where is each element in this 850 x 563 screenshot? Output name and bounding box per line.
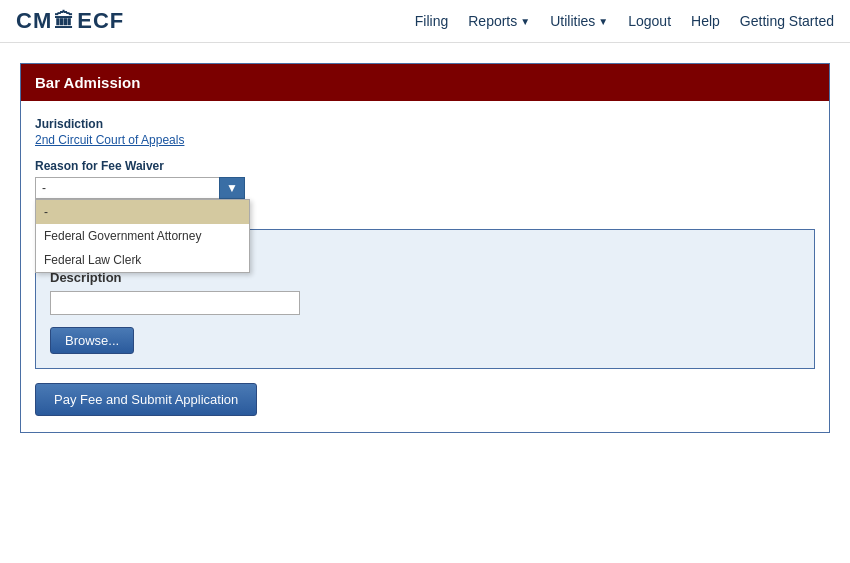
reports-dropdown-arrow: ▼ <box>520 16 530 27</box>
fee-waiver-select[interactable]: - Federal Government Attorney Federal La… <box>35 177 245 199</box>
logo-ecf: ECF <box>77 8 124 34</box>
description-input[interactable] <box>50 291 300 315</box>
logo: CM 🏛 ECF <box>16 8 124 34</box>
browse-button[interactable]: Browse... <box>50 327 134 354</box>
nav-utilities-label: Utilities <box>550 13 595 29</box>
nav-help[interactable]: Help <box>691 13 720 29</box>
nav-filing[interactable]: Filing <box>415 13 448 29</box>
dropdown-open-list: - Federal Government Attorney Federal La… <box>35 199 250 273</box>
dropdown-arrow-btn[interactable]: ▼ <box>219 177 245 199</box>
dropdown-item-federal-gov[interactable]: Federal Government Attorney <box>36 224 249 248</box>
utilities-dropdown-arrow: ▼ <box>598 16 608 27</box>
logo-icon: 🏛 <box>54 10 75 33</box>
nav-logout[interactable]: Logout <box>628 13 671 29</box>
nav-utilities-dropdown[interactable]: Utilities ▼ <box>550 13 608 29</box>
dropdown-item-federal-clerk[interactable]: Federal Law Clerk <box>36 248 249 272</box>
dropdown-item-dash[interactable]: - <box>36 200 249 224</box>
logo-cm: CM <box>16 8 52 34</box>
nav-reports-label: Reports <box>468 13 517 29</box>
submit-button[interactable]: Pay Fee and Submit Application <box>35 383 257 416</box>
nav-getting-started[interactable]: Getting Started <box>740 13 834 29</box>
card-body: Jurisdiction 2nd Circuit Court of Appeal… <box>21 101 829 432</box>
jurisdiction-value[interactable]: 2nd Circuit Court of Appeals <box>35 133 815 147</box>
main-nav: Filing Reports ▼ Utilities ▼ Logout Help… <box>415 13 834 29</box>
page-title: Bar Admission <box>35 74 140 91</box>
jurisdiction-label: Jurisdiction <box>35 117 815 131</box>
fee-waiver-dropdown-wrapper: - Federal Government Attorney Federal La… <box>35 177 245 199</box>
header: CM 🏛 ECF Filing Reports ▼ Utilities ▼ Lo… <box>0 0 850 43</box>
nav-reports-dropdown[interactable]: Reports ▼ <box>468 13 530 29</box>
main-content: Bar Admission Jurisdiction 2nd Circuit C… <box>0 43 850 453</box>
card-header: Bar Admission <box>21 64 829 101</box>
reason-label: Reason for Fee Waiver <box>35 159 815 173</box>
bar-admission-card: Bar Admission Jurisdiction 2nd Circuit C… <box>20 63 830 433</box>
